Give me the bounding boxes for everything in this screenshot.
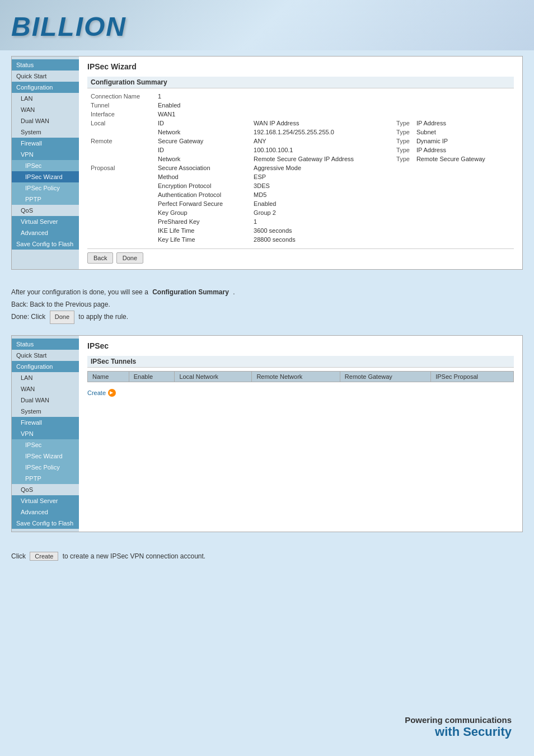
footer-line1: Powering communications <box>405 715 512 725</box>
remote-group-label: Remote <box>87 137 154 163</box>
sidebar-item-dualwan[interactable]: Dual WAN <box>12 115 79 126</box>
preshared-key-value: 1 <box>250 217 514 226</box>
sidebar-item-system[interactable]: System <box>12 126 79 138</box>
logo: BILLION <box>11 11 127 42</box>
pfs-value: Enabled <box>250 199 514 208</box>
sidebar-item-ipsec-policy[interactable]: IPSec Policy <box>12 182 79 194</box>
sidebar2-item-firewall[interactable]: Firewall <box>12 417 79 428</box>
explanation-1: After your configuration is done, you wi… <box>11 281 523 335</box>
sidebar-item-configuration[interactable]: Configuration <box>12 82 79 93</box>
col-enable: Enable <box>129 371 175 382</box>
local-id-label: ID <box>154 119 250 128</box>
sidebar2-item-status[interactable]: Status <box>12 339 79 350</box>
enc-protocol-label: Encryption Protocol <box>154 181 250 190</box>
table-row: Key Life Time 28800 seconds <box>87 235 514 244</box>
remote-network-type-value: Remote Secure Gateway <box>413 154 514 163</box>
panel1-title: IPSec Wizard <box>87 62 514 72</box>
sidebar2-item-advanced[interactable]: Advanced <box>12 506 79 518</box>
pfs-label: Perfect Forward Secure <box>154 199 250 208</box>
done-button[interactable]: Done <box>116 252 143 264</box>
remote-secure-gw-type: Type <box>393 137 413 145</box>
sidebar2-item-vpn[interactable]: VPN <box>12 428 79 439</box>
sidebar-item-ipsec-wizard[interactable]: IPSec Wizard <box>12 171 79 182</box>
sidebar-item-lan[interactable]: LAN <box>12 93 79 104</box>
sidebar2-item-wan[interactable]: WAN <box>12 383 79 395</box>
sidebar-item-quickstart[interactable]: Quick Start <box>12 71 79 82</box>
col-remote-gateway: Remote Gateway <box>340 371 430 382</box>
key-life-label: Key Life Time <box>154 235 250 244</box>
create-icon <box>108 389 116 397</box>
sidebar-item-ipsec[interactable]: IPSec <box>12 160 79 171</box>
secure-assoc-value: Aggressive Mode <box>250 163 514 172</box>
footer-line2: with Security <box>405 725 512 739</box>
explanation-line3: Done: Click Done to apply the rule. <box>11 311 523 324</box>
interface-label: Interface <box>87 110 154 119</box>
remote-network-value: Remote Secure Gateway IP Address <box>250 154 393 163</box>
button-row-1: Back Done <box>87 248 514 264</box>
col-name: Name <box>88 371 129 382</box>
table-row: Tunnel Enabled <box>87 101 514 110</box>
remote-id-type-value: IP Address <box>413 145 514 154</box>
local-network-type-value: Subnet <box>413 128 514 137</box>
connection-name-label: Connection Name <box>87 92 154 101</box>
sidebar-item-firewall[interactable]: Firewall <box>12 138 79 149</box>
sidebar-item-status[interactable]: Status <box>12 59 79 71</box>
sidebar2-item-lan[interactable]: LAN <box>12 372 79 383</box>
local-network-value: 192.168.1.254/255.255.255.0 <box>250 128 393 137</box>
empty-space <box>87 397 514 481</box>
sidebar-1: Status Quick Start Configuration LAN WAN… <box>12 57 79 269</box>
table-header-row: Name Enable Local Network Remote Network… <box>88 371 514 382</box>
local-group-label: Local <box>87 119 154 137</box>
sidebar2-item-save-config[interactable]: Save Config to Flash <box>12 518 79 529</box>
explanation-summary-ref: Configuration Summary <box>152 288 229 296</box>
sidebar-item-save-config[interactable]: Save Config to Flash <box>12 238 79 250</box>
sidebar2-item-ipsec-policy[interactable]: IPSec Policy <box>12 462 79 473</box>
tunnel-label: Tunnel <box>87 101 154 110</box>
local-id-type-value: IP Address <box>413 119 514 128</box>
create-link[interactable]: Create <box>87 389 116 397</box>
interface-value: WAN1 <box>154 110 514 119</box>
col-local-network: Local Network <box>175 371 252 382</box>
sidebar-item-pptp[interactable]: PPTP <box>12 194 79 205</box>
sidebar2-item-system[interactable]: System <box>12 406 79 417</box>
sidebar2-item-qos[interactable]: QoS <box>12 484 79 495</box>
local-network-type: Type <box>393 128 413 137</box>
sidebar2-item-dualwan[interactable]: Dual WAN <box>12 395 79 406</box>
sidebar2-item-virtual-server[interactable]: Virtual Server <box>12 495 79 506</box>
secure-assoc-label: Secure Association <box>154 163 250 172</box>
remote-secure-gw-value: ANY <box>250 137 393 145</box>
config-summary-table: Connection Name 1 Tunnel Enabled Interfa… <box>87 92 514 244</box>
explanation-line2: Back: Back to the Previous page. <box>11 299 523 311</box>
local-network-label: Network <box>154 128 250 137</box>
remote-id-value: 100.100.100.1 <box>250 145 393 154</box>
remote-secure-gw-type-value: Dynamic IP <box>413 137 514 145</box>
create-inline-btn[interactable]: Create <box>30 552 58 561</box>
tunnel-value: Enabled <box>154 101 514 110</box>
explanation-line1: After your configuration is done, you wi… <box>11 287 523 299</box>
sidebar-item-vpn[interactable]: VPN <box>12 149 79 160</box>
sidebar2-item-configuration[interactable]: Configuration <box>12 361 79 372</box>
ike-life-value: 3600 seconds <box>250 226 514 235</box>
header: BILLION <box>0 0 534 50</box>
sidebar-item-virtual-server[interactable]: Virtual Server <box>12 216 79 227</box>
panel2-section: IPSec Tunnels <box>87 356 514 368</box>
table-row: Connection Name 1 <box>87 92 514 101</box>
auth-protocol-label: Authentication Protocol <box>154 190 250 199</box>
sidebar-item-qos[interactable]: QoS <box>12 205 79 216</box>
back-button[interactable]: Back <box>87 252 113 264</box>
remote-secure-gw-label: Secure Gateway <box>154 137 250 145</box>
key-life-value: 28800 seconds <box>250 235 514 244</box>
method-label: Method <box>154 172 250 181</box>
footer: Powering communications with Security <box>405 715 512 739</box>
sidebar2-item-ipsec-wizard[interactable]: IPSec Wizard <box>12 450 79 462</box>
sidebar2-item-ipsec[interactable]: IPSec <box>12 439 79 450</box>
sidebar-item-wan[interactable]: WAN <box>12 104 79 115</box>
sidebar-item-advanced[interactable]: Advanced <box>12 227 79 238</box>
explanation-2: Click Create to create a new IPSec VPN c… <box>11 543 523 572</box>
done-inline-btn[interactable]: Done <box>50 311 74 324</box>
remote-network-label: Network <box>154 154 250 163</box>
sidebar2-item-pptp[interactable]: PPTP <box>12 473 79 484</box>
tunnels-table: Name Enable Local Network Remote Network… <box>87 371 514 382</box>
sidebar2-item-quickstart[interactable]: Quick Start <box>12 350 79 361</box>
ike-life-label: IKE Life Time <box>154 226 250 235</box>
